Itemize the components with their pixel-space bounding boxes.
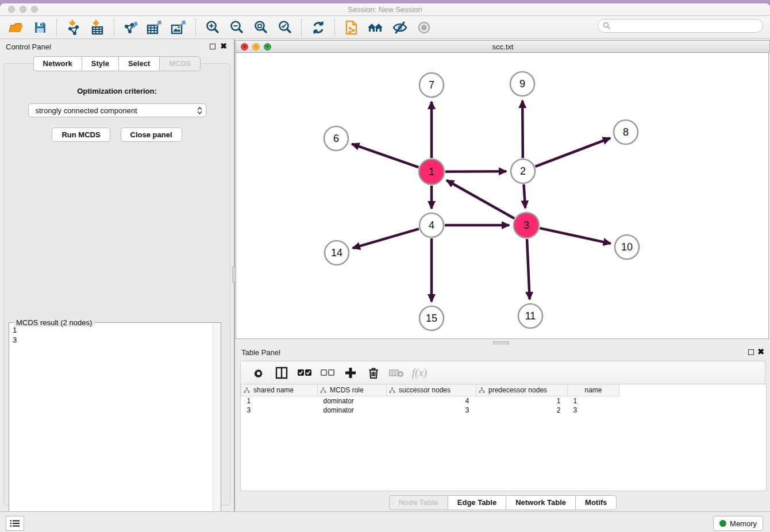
- table-settings-icon[interactable]: [251, 365, 266, 380]
- main-titlebar: Session: New Session: [0, 3, 770, 16]
- import-table-icon[interactable]: [87, 18, 108, 37]
- mcds-result-list[interactable]: 13: [9, 325, 213, 532]
- export-table-icon[interactable]: [145, 18, 165, 37]
- table-cell[interactable]: 3: [568, 406, 619, 415]
- deselect-all-icon[interactable]: [320, 365, 335, 380]
- export-image-icon[interactable]: [169, 18, 190, 37]
- table-row[interactable]: 1dominator411: [241, 396, 767, 406]
- tab-node-table[interactable]: Node Table: [389, 495, 448, 510]
- zoom-fit-icon[interactable]: [251, 18, 271, 37]
- hide-selected-eye-icon[interactable]: [390, 18, 410, 37]
- graph-node-label: 1: [429, 166, 434, 178]
- delete-table-icon[interactable]: [389, 365, 404, 380]
- table-close-icon[interactable]: ✖: [757, 347, 764, 356]
- delete-column-icon[interactable]: [366, 365, 381, 380]
- graph-node-label: 2: [520, 165, 526, 177]
- column-panel-icon[interactable]: [274, 365, 289, 380]
- memory-button[interactable]: Memory: [713, 516, 763, 531]
- select-all-icon[interactable]: [297, 365, 312, 380]
- table-row[interactable]: 3dominator323: [241, 406, 767, 415]
- result-item: 1: [13, 325, 213, 335]
- table-toolbar: f(x): [240, 361, 765, 384]
- graph-edge-2-3[interactable]: [523, 184, 525, 208]
- column-header-filler: [619, 384, 767, 396]
- tab-style[interactable]: Style: [82, 56, 118, 71]
- graph-node-label: 8: [623, 126, 629, 138]
- optimization-criterion-label: Optimization criterion:: [4, 87, 230, 95]
- add-column-icon[interactable]: [343, 365, 358, 380]
- horizontal-splitter[interactable]: [236, 341, 770, 344]
- table-float-icon[interactable]: [748, 349, 754, 355]
- status-bar: Memory: [0, 511, 770, 532]
- open-file-icon[interactable]: [6, 18, 26, 37]
- control-panel: Control Panel ✖ Network Style Select MCD…: [0, 39, 234, 515]
- table-cell-filler: [619, 396, 767, 406]
- close-panel-button[interactable]: Close panel: [121, 128, 182, 142]
- search-field[interactable]: [598, 19, 763, 33]
- graph-edge-2-9[interactable]: [522, 101, 523, 158]
- tab-mcds[interactable]: MCDS: [159, 56, 201, 71]
- zoom-out-icon[interactable]: [226, 18, 247, 37]
- graph-edge-4-14[interactable]: [353, 229, 419, 248]
- network-title: scc.txt: [236, 43, 769, 51]
- criterion-select[interactable]: strongly connected component: [28, 103, 206, 117]
- zoom-selected-icon[interactable]: [275, 18, 295, 37]
- show-all-eye-icon[interactable]: [414, 18, 434, 37]
- table-cell[interactable]: 1: [568, 396, 619, 406]
- run-mcds-button[interactable]: Run MCDS: [52, 128, 110, 142]
- graph-edge-2-8[interactable]: [536, 138, 610, 167]
- refresh-icon[interactable]: [308, 18, 329, 37]
- network-canvas[interactable]: 7968124314101511: [236, 53, 769, 339]
- function-builder-icon[interactable]: f(x): [412, 365, 427, 380]
- result-item: 3: [13, 335, 213, 345]
- tab-motifs[interactable]: Motifs: [575, 495, 617, 510]
- tab-edge-table[interactable]: Edge Table: [448, 495, 506, 510]
- import-network-icon[interactable]: [63, 18, 84, 37]
- graph-node-label: 4: [429, 219, 434, 231]
- export-network-icon[interactable]: [121, 18, 141, 37]
- node-table[interactable]: shared nameMCDS rolesuccessor nodesprede…: [240, 384, 767, 491]
- table-cell[interactable]: 1: [241, 396, 318, 406]
- tab-network-table[interactable]: Network Table: [506, 495, 575, 510]
- save-session-icon[interactable]: [30, 18, 51, 37]
- column-header-name[interactable]: name: [568, 384, 619, 396]
- graph-node-label: 10: [621, 241, 633, 253]
- float-panel-icon[interactable]: [210, 44, 215, 49]
- network-titlebar[interactable]: × − + scc.txt: [236, 40, 770, 53]
- clone-network-icon[interactable]: [341, 18, 362, 37]
- graph-node-label: 11: [525, 310, 536, 322]
- graph-edge-3-11[interactable]: [527, 239, 530, 299]
- table-cell[interactable]: 1: [476, 396, 568, 406]
- table-cell[interactable]: 3: [387, 406, 476, 415]
- graph-edge-3-10[interactable]: [540, 228, 610, 244]
- graph-edge-1-2[interactable]: [445, 171, 506, 172]
- graph-edge-1-6[interactable]: [352, 144, 418, 168]
- graph-node-label: 9: [519, 78, 525, 90]
- tab-network[interactable]: Network: [33, 56, 82, 71]
- result-scrollbar[interactable]: [213, 323, 220, 532]
- home-layout-icon[interactable]: [365, 18, 386, 37]
- column-header-shared-name[interactable]: shared name: [241, 384, 318, 396]
- task-history-button[interactable]: [6, 516, 24, 531]
- table-cell[interactable]: dominator: [318, 406, 387, 415]
- list-icon: [10, 519, 20, 527]
- graph-node-label: 7: [429, 79, 434, 91]
- column-header-predecessor-nodes[interactable]: predecessor nodes: [476, 384, 568, 396]
- graph-edge-3-1[interactable]: [446, 180, 514, 218]
- table-cell[interactable]: 3: [241, 406, 318, 415]
- column-header-successor-nodes[interactable]: successor nodes: [387, 384, 476, 396]
- close-panel-icon[interactable]: ✖: [220, 41, 227, 51]
- memory-status-icon: [719, 520, 726, 527]
- tab-select[interactable]: Select: [118, 56, 159, 71]
- table-cell[interactable]: 4: [387, 396, 476, 406]
- main-toolbar: [0, 16, 770, 39]
- column-header-MCDS-role[interactable]: MCDS role: [318, 384, 387, 396]
- search-input[interactable]: [611, 21, 763, 30]
- table-cell[interactable]: 2: [476, 406, 568, 415]
- memory-label: Memory: [730, 519, 757, 528]
- graph-node-label: 15: [426, 313, 437, 324]
- network-graph[interactable]: 7968124314101511: [236, 53, 768, 338]
- zoom-in-icon[interactable]: [202, 18, 223, 37]
- table-cell-filler: [619, 406, 767, 415]
- table-cell[interactable]: dominator: [318, 396, 387, 406]
